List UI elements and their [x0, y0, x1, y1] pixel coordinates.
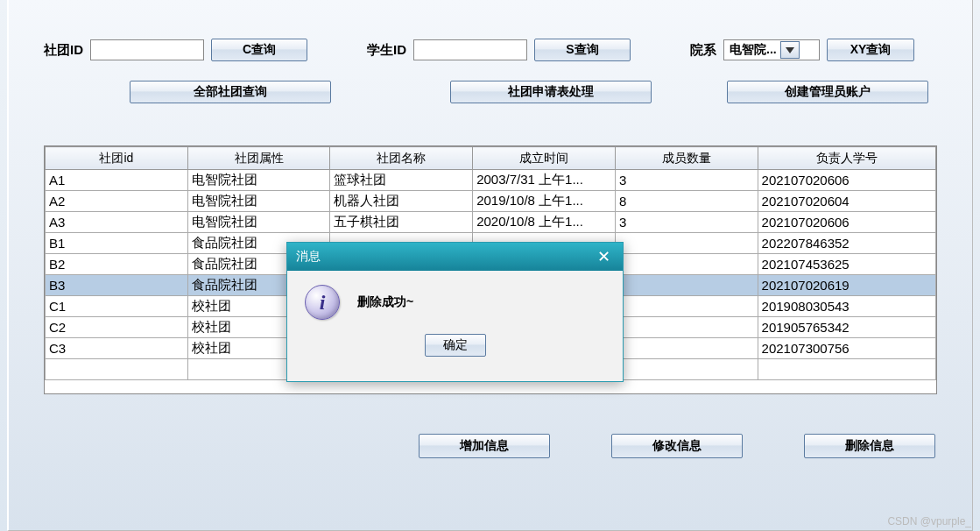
toolbar-row: 全部社团查询 社团申请表处理 创建管理员账户	[9, 81, 972, 103]
table-cell[interactable]: C1	[46, 296, 188, 317]
table-cell[interactable]	[758, 359, 935, 380]
ok-button[interactable]: 确定	[425, 334, 486, 357]
dialog-titlebar[interactable]: 消息 ✕	[287, 243, 623, 271]
table-cell[interactable]	[46, 359, 188, 380]
table-cell[interactable]: 202107300756	[758, 338, 935, 359]
table-cell[interactable]	[615, 233, 758, 254]
table-cell[interactable]: 2003/7/31 上午1...	[473, 170, 616, 191]
s-query-button[interactable]: S查询	[534, 39, 631, 61]
table-cell[interactable]: C3	[46, 338, 188, 359]
create-admin-button[interactable]: 创建管理员账户	[727, 81, 928, 103]
table-cell[interactable]	[615, 359, 758, 380]
table-cell[interactable]: B1	[46, 233, 188, 254]
table-cell[interactable]: 202207846352	[758, 233, 935, 254]
table-cell[interactable]: 电智院社团	[187, 170, 330, 191]
table-row[interactable]: A1电智院社团篮球社团2003/7/31 上午1...3202107020606	[46, 170, 936, 191]
watermark: CSDN @vpurple_	[887, 515, 971, 527]
table-cell[interactable]	[615, 317, 758, 338]
table-cell[interactable]: 201908030543	[758, 296, 935, 317]
xy-query-button[interactable]: XY查询	[827, 39, 914, 61]
th-club-attr[interactable]: 社团属性	[187, 147, 330, 170]
table-cell[interactable]: 3	[615, 170, 758, 191]
table-cell[interactable]: 机器人社团	[330, 191, 473, 212]
close-icon[interactable]: ✕	[593, 246, 614, 267]
th-leader-id[interactable]: 负责人学号	[758, 147, 935, 170]
dept-label: 院系	[690, 42, 716, 59]
student-id-label: 学生ID	[367, 42, 406, 59]
add-button[interactable]: 增加信息	[419, 434, 550, 458]
table-cell[interactable]: 电智院社团	[187, 212, 330, 233]
dialog-title-text: 消息	[296, 249, 321, 265]
table-cell[interactable]: 五子棋社团	[330, 212, 473, 233]
table-cell[interactable]: 202107020606	[758, 170, 935, 191]
table-row[interactable]: A2电智院社团机器人社团2019/10/8 上午1...820210702060…	[46, 191, 936, 212]
c-query-button[interactable]: C查询	[211, 39, 307, 61]
delete-button[interactable]: 删除信息	[804, 434, 935, 458]
student-id-input[interactable]	[413, 39, 527, 60]
table-cell[interactable]	[615, 338, 758, 359]
dialog-body: i 删除成功~	[287, 271, 623, 334]
table-cell[interactable]: 202107020604	[758, 191, 935, 212]
th-club-id[interactable]: 社团id	[46, 147, 188, 170]
table-cell[interactable]: B2	[46, 254, 188, 275]
table-cell[interactable]: A2	[46, 191, 188, 212]
table-cell[interactable]: C2	[46, 317, 188, 338]
message-dialog: 消息 ✕ i 删除成功~ 确定	[286, 242, 624, 382]
table-cell[interactable]: 3	[615, 212, 758, 233]
table-row[interactable]: A3电智院社团五子棋社团2020/10/8 上午1...320210702060…	[46, 212, 936, 233]
table-cell[interactable]: 202107453625	[758, 254, 935, 275]
table-cell[interactable]: 202107020606	[758, 212, 935, 233]
apply-process-button[interactable]: 社团申请表处理	[450, 81, 652, 103]
club-id-label: 社团ID	[44, 42, 83, 59]
table-cell[interactable]	[615, 275, 758, 296]
table-cell[interactable]: A3	[46, 212, 188, 233]
table-cell[interactable]: 201905765342	[758, 317, 935, 338]
app-window: 社团ID C查询 学生ID S查询 院系 电智院... XY查询 全部社团查询 …	[7, 0, 973, 531]
th-create-time[interactable]: 成立时间	[473, 147, 616, 170]
all-clubs-button[interactable]: 全部社团查询	[130, 81, 331, 103]
table-cell[interactable]: 2019/10/8 上午1...	[473, 191, 616, 212]
table-cell[interactable]: 篮球社团	[330, 170, 473, 191]
table-cell[interactable]: 8	[615, 191, 758, 212]
th-member-count[interactable]: 成员数量	[615, 147, 758, 170]
dept-selected-value: 电智院...	[730, 42, 777, 58]
info-icon: i	[305, 285, 340, 320]
table-cell[interactable]: A1	[46, 170, 188, 191]
table-header-row: 社团id 社团属性 社团名称 成立时间 成员数量 负责人学号	[46, 147, 936, 170]
table-cell[interactable]: 202107020619	[758, 275, 935, 296]
table-cell[interactable]: B3	[46, 275, 188, 296]
actions-row: 增加信息 修改信息 删除信息	[9, 434, 972, 458]
table-cell[interactable]: 2020/10/8 上午1...	[473, 212, 616, 233]
table-cell[interactable]	[615, 254, 758, 275]
edit-button[interactable]: 修改信息	[611, 434, 743, 458]
dialog-actions: 确定	[287, 334, 623, 365]
dept-dropdown[interactable]: 电智院...	[723, 39, 820, 60]
table-cell[interactable]: 电智院社团	[187, 191, 330, 212]
chevron-down-icon[interactable]	[780, 41, 800, 59]
dialog-message: 删除成功~	[357, 294, 413, 310]
club-id-input[interactable]	[90, 39, 204, 60]
th-club-name[interactable]: 社团名称	[330, 147, 473, 170]
search-row: 社团ID C查询 学生ID S查询 院系 电智院... XY查询	[9, 39, 972, 61]
table-cell[interactable]	[615, 296, 758, 317]
